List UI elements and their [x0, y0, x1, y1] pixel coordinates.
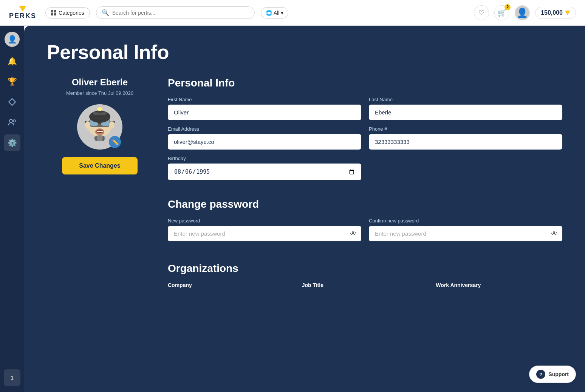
email-input[interactable]: [168, 134, 361, 150]
org-table-header: Company Job Title Work Anniversary: [168, 282, 562, 293]
last-name-label: Last Name: [369, 97, 562, 102]
sidebar-item-users[interactable]: [4, 114, 20, 131]
name-row: First Name Last Name: [168, 97, 562, 120]
member-since: Member since Thu Jul 09 2020: [66, 90, 133, 97]
sidebar-item-notifications[interactable]: 🔔: [4, 53, 20, 69]
profile-name: Oliver Eberle: [72, 77, 128, 88]
confirm-password-group: Confirm new password 👁: [369, 218, 562, 241]
last-name-group: Last Name: [369, 97, 562, 120]
svg-point-1: [9, 119, 12, 122]
support-label: Support: [548, 371, 569, 377]
search-bar: 🔍: [96, 6, 255, 19]
logo: PERKS: [9, 6, 36, 20]
organizations-title: Organizations: [168, 262, 562, 275]
diamond-icon: [8, 98, 16, 106]
bell-icon: 🔔: [8, 57, 17, 66]
categories-button[interactable]: Categories: [45, 7, 90, 19]
svg-point-2: [13, 120, 15, 122]
svg-rect-13: [97, 131, 103, 132]
support-icon: ?: [536, 370, 545, 379]
cart-badge: 2: [505, 4, 511, 10]
layout: 👤 🔔 🏆 ⚙️ 1: [0, 26, 585, 392]
logo-text: PERKS: [9, 12, 36, 20]
first-name-label: First Name: [168, 97, 361, 102]
profile-avatar-container: ✏️: [77, 104, 122, 150]
org-jobtitle-header: Job Title: [302, 282, 429, 288]
contact-row: Email Address Phone #: [168, 126, 562, 150]
trophy-icon: 🏆: [8, 77, 17, 86]
org-company-header: Company: [168, 282, 294, 288]
logo-triangle-icon: [19, 6, 26, 12]
confirm-password-wrapper: 👁: [369, 226, 562, 241]
user-avatar[interactable]: 👤: [515, 5, 530, 20]
email-group: Email Address: [168, 126, 361, 150]
form-panel: Personal Info First Name Last Name: [168, 77, 562, 293]
sidebar: 👤 🔔 🏆 ⚙️ 1: [0, 26, 24, 392]
points-value: 150,000: [541, 9, 563, 16]
save-changes-button[interactable]: Save Changes: [62, 157, 138, 174]
birthday-label: Birthday: [168, 156, 361, 161]
svg-rect-16: [102, 136, 104, 141]
password-row: New password 👁 Confirm new password 👁: [168, 218, 562, 241]
phone-label: Phone #: [369, 126, 562, 132]
sidebar-item-settings[interactable]: ⚙️: [4, 134, 20, 151]
favorites-button[interactable]: ♡: [474, 5, 489, 20]
organizations-section: Organizations Company Job Title Work Ann…: [168, 262, 562, 293]
change-password-section: Change password New password 👁 Confirm n…: [168, 198, 562, 247]
show-confirm-password-icon[interactable]: 👁: [551, 230, 558, 238]
support-button[interactable]: ? Support: [529, 366, 576, 383]
confirm-password-input[interactable]: [369, 226, 562, 241]
show-password-icon[interactable]: 👁: [350, 230, 357, 238]
svg-point-22: [109, 121, 115, 129]
last-name-input[interactable]: [369, 105, 562, 120]
phone-input[interactable]: [369, 134, 562, 150]
sidebar-item-points[interactable]: [4, 94, 20, 110]
email-label: Email Address: [168, 126, 361, 132]
birthday-group: Birthday: [168, 156, 365, 180]
globe-icon: 🌐: [266, 10, 272, 16]
sidebar-item-help[interactable]: 1: [4, 369, 20, 386]
svg-marker-0: [9, 99, 15, 105]
sidebar-bottom: 1: [4, 369, 20, 386]
nav-right: ♡ 🛒 2 👤 150,000: [474, 5, 576, 20]
sidebar-item-rewards[interactable]: 🏆: [4, 73, 20, 90]
svg-point-20: [97, 107, 102, 111]
points-icon: [565, 11, 570, 15]
personal-info-title: Personal Info: [168, 77, 562, 89]
page-title: Personal Info: [47, 41, 562, 63]
help-icon: 1: [11, 375, 14, 381]
chevron-down-icon: ▾: [281, 10, 283, 16]
grid-icon: [51, 10, 56, 15]
edit-avatar-button[interactable]: ✏️: [109, 136, 121, 148]
confirm-password-label: Confirm new password: [369, 218, 562, 224]
points-display: 150,000: [535, 7, 576, 19]
main-content: Personal Info Oliver Eberle Member since…: [24, 26, 585, 392]
first-name-group: First Name: [168, 97, 361, 120]
region-button[interactable]: 🌐 All ▾: [261, 7, 289, 19]
birthday-row: Birthday: [168, 156, 562, 180]
topnav: PERKS Categories 🔍 🌐 All ▾ ♡ 🛒 2 👤 150,0…: [0, 0, 585, 26]
svg-rect-15: [95, 136, 97, 141]
cart-icon: 🛒: [498, 9, 506, 17]
search-input[interactable]: [112, 10, 249, 16]
personal-info-section: Personal Info First Name Last Name: [168, 77, 562, 186]
categories-label: Categories: [59, 10, 84, 16]
users-icon: [8, 119, 16, 126]
new-password-input[interactable]: [168, 226, 361, 241]
change-password-title: Change password: [168, 198, 562, 210]
new-password-wrapper: 👁: [168, 226, 361, 241]
org-anniversary-header: Work Anniversary: [436, 282, 562, 288]
phone-group: Phone #: [369, 126, 562, 150]
pencil-icon: ✏️: [112, 139, 118, 145]
content-grid: Oliver Eberle Member since Thu Jul 09 20…: [47, 77, 562, 293]
profile-panel: Oliver Eberle Member since Thu Jul 09 20…: [47, 77, 153, 293]
svg-point-21: [85, 121, 90, 129]
sidebar-avatar[interactable]: 👤: [5, 32, 20, 47]
heart-icon: ♡: [478, 9, 484, 17]
search-icon: 🔍: [102, 9, 109, 16]
first-name-input[interactable]: [168, 105, 361, 120]
gear-icon: ⚙️: [8, 138, 17, 147]
birthday-input[interactable]: [168, 164, 361, 180]
cart-button[interactable]: 🛒 2: [494, 5, 509, 20]
new-password-label: New password: [168, 218, 361, 224]
